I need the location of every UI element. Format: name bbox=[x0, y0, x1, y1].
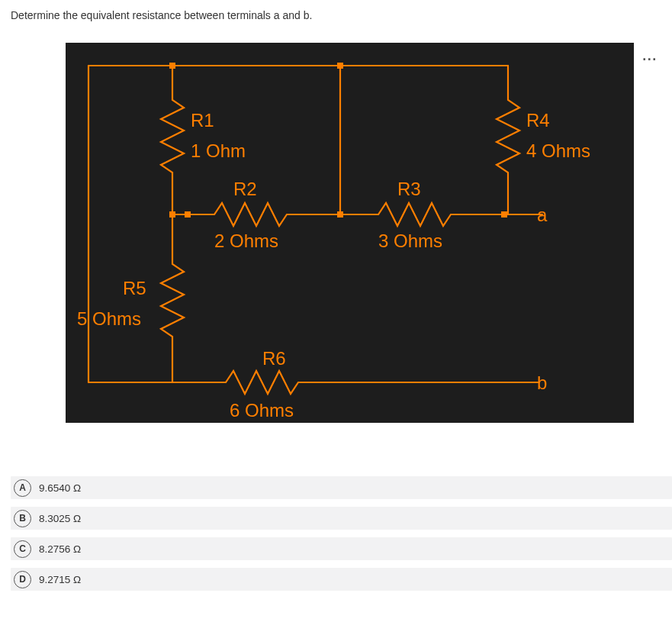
r6-value: 6 Ohms bbox=[230, 400, 294, 421]
r6-label: R6 bbox=[262, 348, 286, 369]
answers-list: A 9.6540 Ω B 8.3025 Ω C 8.2756 Ω D 9.271… bbox=[11, 476, 672, 591]
r5-value: 5 Ohms bbox=[77, 308, 141, 329]
r1-label: R1 bbox=[191, 110, 214, 131]
answer-letter: C bbox=[14, 540, 31, 558]
answer-text: 8.2756 Ω bbox=[39, 543, 81, 555]
question-text: Determine the equivalent resistance betw… bbox=[11, 9, 672, 21]
terminal-b: b bbox=[537, 372, 547, 393]
answer-option-c[interactable]: C 8.2756 Ω bbox=[11, 537, 672, 560]
answer-option-b[interactable]: B 8.3025 Ω bbox=[11, 507, 672, 530]
r1-value: 1 Ohm bbox=[191, 140, 246, 161]
more-icon: ... bbox=[642, 48, 658, 64]
terminal-a: a bbox=[537, 205, 548, 225]
answer-letter: B bbox=[14, 510, 31, 527]
r5-label: R5 bbox=[123, 278, 146, 298]
answer-text: 8.3025 Ω bbox=[39, 513, 81, 524]
r3-value: 3 Ohms bbox=[378, 230, 442, 251]
r3-label: R3 bbox=[397, 179, 421, 199]
r4-value: 4 Ohms bbox=[526, 140, 590, 161]
circuit-diagram: R1 1 Ohm R2 2 Ohms R3 3 Ohms R4 4 Ohms R… bbox=[66, 43, 634, 423]
answer-letter: D bbox=[14, 571, 31, 588]
answer-option-a[interactable]: A 9.6540 Ω bbox=[11, 476, 672, 499]
r2-value: 2 Ohms bbox=[214, 230, 278, 251]
answer-option-d[interactable]: D 9.2715 Ω bbox=[11, 568, 672, 591]
answer-text: 9.2715 Ω bbox=[39, 574, 81, 585]
more-options-button[interactable]: ... bbox=[640, 46, 660, 66]
answer-text: 9.6540 Ω bbox=[39, 482, 81, 494]
answer-letter: A bbox=[14, 479, 31, 497]
r2-label: R2 bbox=[233, 179, 257, 199]
r4-label: R4 bbox=[526, 110, 550, 131]
